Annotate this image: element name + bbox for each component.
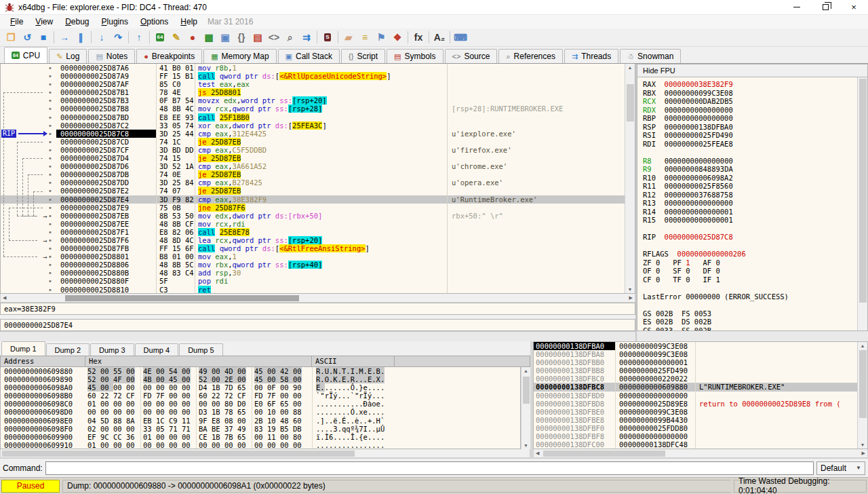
references-window-button[interactable]: ⌕ bbox=[282, 30, 298, 45]
tab-notes[interactable]: ▤Notes bbox=[88, 49, 135, 63]
close-debuggee-button[interactable]: ■ bbox=[35, 30, 52, 45]
tab-memory-map[interactable]: ▦Memory Map bbox=[203, 49, 276, 63]
dump-row[interactable]: 00000000006098E004 5D 88 8AEB 1C C9 119F… bbox=[1, 417, 520, 425]
dump-vscrollbar[interactable]: ▲ ▼ bbox=[521, 367, 530, 449]
stack-hscrollbar[interactable]: ◀ ▶ bbox=[533, 449, 868, 458]
register-line[interactable] bbox=[643, 225, 857, 233]
dump-tab-2[interactable]: Dump 2 bbox=[46, 343, 90, 356]
tab-cpu[interactable]: 64CPU bbox=[4, 47, 47, 63]
disasm-row[interactable]: •00000000025D880F5Fpop rdi bbox=[1, 277, 625, 285]
breakpoint-dot[interactable]: • bbox=[48, 277, 52, 285]
source-window-button[interactable]: <> bbox=[266, 30, 282, 45]
disasm-row[interactable]: •00000000025D87E274 07je 25D87EB bbox=[1, 187, 625, 195]
disasm-row[interactable]: •00000000025D87E43D F9 82cmp eax,38E382F… bbox=[1, 195, 625, 204]
disasm-row[interactable]: •00000000025D87FBFF 15 6Fcall qword ptr … bbox=[1, 244, 625, 252]
register-line[interactable]: RCX 000000000DAB2DB5 bbox=[643, 97, 857, 106]
disasm-row[interactable]: •00000000025D87F1E8 82 06call 25E8E78 bbox=[1, 228, 625, 236]
tab-references[interactable]: ⌕References bbox=[498, 49, 563, 63]
register-line[interactable]: R12 0000000037688758 bbox=[643, 191, 857, 200]
register-line[interactable]: CS 0033 SS 002B bbox=[643, 326, 857, 331]
scroll-down-icon[interactable]: ▼ bbox=[858, 442, 867, 447]
restore-button[interactable] bbox=[811, 0, 840, 14]
disasm-row[interactable]: →•00000000025D8801B8 01 00mov eax,1 bbox=[1, 252, 625, 261]
breakpoint-dot[interactable]: • bbox=[48, 80, 52, 88]
tab-snowman[interactable]: ☃Snowman bbox=[620, 49, 681, 63]
menu-view[interactable]: View bbox=[29, 16, 59, 28]
breakpoint-dot[interactable]: • bbox=[48, 252, 52, 261]
breakpoint-dot[interactable]: • bbox=[48, 212, 52, 220]
register-line[interactable]: R14 0000000000000001 bbox=[643, 208, 857, 216]
tab-call-stack[interactable]: ▣Call Stack bbox=[278, 49, 340, 63]
breakpoint-dot[interactable]: • bbox=[48, 228, 52, 236]
stack-row[interactable]: 00000000138DFBE000000000099C3E08 bbox=[534, 408, 857, 416]
disasm-row[interactable]: •00000000025D87C233 05 74xor eax,dword p… bbox=[1, 121, 625, 130]
disasm-row[interactable]: •00000000025D87D474 15je 25D87EB bbox=[1, 154, 625, 162]
breakpoint-dot[interactable]: • bbox=[48, 178, 52, 187]
disasm-row[interactable]: •00000000025D87AF85 C0test eax,eax bbox=[1, 80, 625, 88]
dump-row[interactable]: 00000000006098A045 00 00 0000 00 00 00D4… bbox=[1, 383, 520, 392]
dump-tab-5[interactable]: Dump 5 bbox=[179, 343, 223, 356]
disasm-row[interactable]: •00000000025D87DB74 0Eje 25D87EB bbox=[1, 170, 625, 178]
scroll-up-icon[interactable]: ▲ bbox=[625, 65, 635, 70]
breakpoint-dot[interactable]: • bbox=[48, 154, 52, 162]
stack-row[interactable]: 00000000138DFC0000000000138DFC48 bbox=[534, 440, 857, 449]
register-line[interactable]: RDX 0000000000000000 bbox=[643, 106, 857, 115]
dump-row[interactable]: 000000000060988052 00 55 004E 00 54 0049… bbox=[1, 367, 520, 375]
register-line[interactable]: RSI 00000000025FD490 bbox=[643, 131, 857, 140]
symbols-window-button[interactable]: ▤ bbox=[250, 30, 266, 45]
stack-row[interactable]: 00000000138DFBD800000000025D89E8return t… bbox=[534, 400, 857, 408]
cpu-window-button[interactable]: 64 bbox=[152, 30, 168, 45]
menu-options[interactable]: Options bbox=[134, 16, 174, 28]
az-button[interactable]: A₂ bbox=[431, 30, 448, 45]
register-line[interactable]: ES 002B DS 002B bbox=[643, 318, 857, 326]
scroll-left-icon[interactable]: ◀ bbox=[3, 295, 6, 301]
command-input[interactable] bbox=[45, 461, 814, 475]
disasm-row[interactable]: RIP•00000000025D87C83D 25 44cmp eax,312E… bbox=[1, 130, 625, 138]
disasm-row[interactable]: •00000000025D87BDE8 EE 93call 25F1BB0 bbox=[1, 113, 625, 121]
breakpoint-dot[interactable]: • bbox=[48, 286, 52, 294]
register-line[interactable]: CF 0 TF 0 IF 1 bbox=[643, 276, 857, 284]
disasm-row[interactable]: •00000000025D880648 8B 5Cmov rbx,qword p… bbox=[1, 261, 625, 269]
breakpoint-dot[interactable]: • bbox=[48, 261, 52, 269]
scroll-down-icon[interactable]: ▼ bbox=[625, 287, 635, 292]
scroll-left-icon[interactable]: ◀ bbox=[536, 451, 539, 456]
breakpoint-dot[interactable]: • bbox=[48, 121, 52, 130]
breakpoint-dot[interactable]: • bbox=[48, 162, 52, 170]
register-line[interactable]: GS 002B FS 0053 bbox=[643, 309, 857, 318]
restart-button[interactable]: ↺ bbox=[19, 30, 35, 45]
register-line[interactable]: RDI 00000000025FEAE8 bbox=[643, 140, 857, 149]
disassembly-pane[interactable]: •00000000025D87A641 B0 01mov r8b,1•00000… bbox=[0, 64, 635, 294]
close-button[interactable]: × bbox=[840, 0, 868, 14]
disassembly-vscrollbar[interactable]: ▲ ▼ bbox=[625, 64, 635, 293]
disassembly-hscrollbar[interactable]: ◀ ▶ bbox=[0, 294, 635, 303]
tab-symbols[interactable]: ▤Symbols bbox=[387, 49, 443, 63]
stack-row[interactable]: 00000000138DFBF000000000025FDD80 bbox=[534, 424, 857, 432]
open-file-button[interactable]: ❒ bbox=[3, 30, 19, 45]
patches-button[interactable]: ▰ bbox=[340, 30, 357, 45]
attach-button[interactable]: ⌨ bbox=[452, 30, 469, 45]
step-over-button[interactable]: ↷ bbox=[110, 30, 126, 45]
register-line[interactable] bbox=[643, 301, 857, 309]
disasm-row[interactable]: •00000000025D87B178 4Ejs 25D8801 bbox=[1, 88, 625, 96]
pause-button[interactable]: ∥ bbox=[73, 30, 89, 45]
breakpoint-dot[interactable]: • bbox=[48, 72, 52, 80]
disasm-row[interactable]: •00000000025D87B30F B7 54movzx edx,word … bbox=[1, 96, 625, 104]
menu-file[interactable]: File bbox=[4, 16, 29, 28]
memory-map-window-button[interactable]: ▦ bbox=[201, 30, 217, 45]
register-line[interactable]: R10 00000000006098A2 bbox=[643, 174, 857, 183]
breakpoint-dot[interactable]: • bbox=[48, 269, 52, 277]
dump-row[interactable]: 000000000060991001 00 00 0000 00 00 0000… bbox=[1, 441, 520, 449]
breakpoint-dot[interactable]: • bbox=[48, 113, 52, 121]
disasm-row[interactable]: •00000000025D87CF3D BD DDcmp eax,C5F5DDB… bbox=[1, 146, 625, 154]
register-line[interactable] bbox=[643, 284, 857, 292]
tab-script[interactable]: {}Script bbox=[341, 49, 385, 63]
minimize-button[interactable] bbox=[783, 0, 811, 14]
register-line[interactable]: RIP 00000000025D87C8 bbox=[643, 233, 857, 242]
register-line[interactable]: R8 0000000000000000 bbox=[643, 157, 857, 166]
stack-row[interactable]: 00000000138DFBD00000000000000000 bbox=[534, 392, 857, 400]
breakpoint-dot[interactable]: • bbox=[48, 146, 52, 154]
breakpoint-dot[interactable]: • bbox=[48, 170, 52, 178]
disasm-row[interactable]: •00000000025D87DD3D 25 84cmp eax,B278425… bbox=[1, 178, 625, 187]
stack-row[interactable]: 00000000138DFBA000000000099C3E08 bbox=[534, 342, 857, 350]
breakpoint-dot[interactable]: • bbox=[48, 88, 52, 96]
